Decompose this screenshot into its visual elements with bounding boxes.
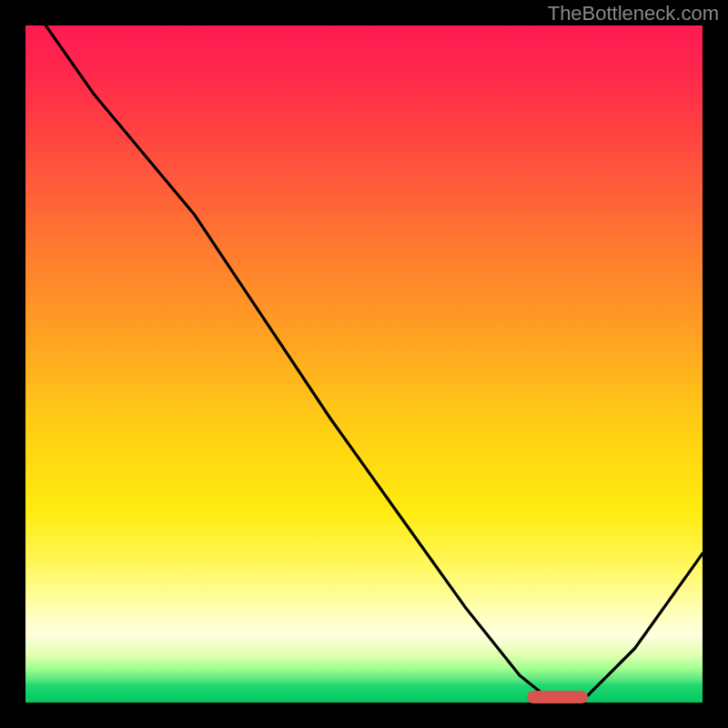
optimal-range-marker [527,691,588,703]
watermark-text: TheBottleneck.com [548,2,719,25]
plot-gradient-background [25,25,703,703]
chart-frame [25,25,703,703]
